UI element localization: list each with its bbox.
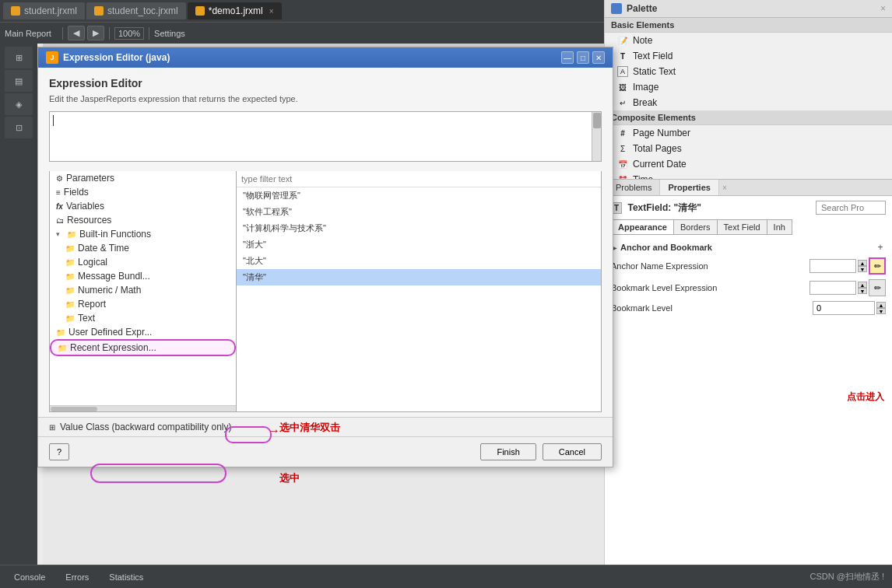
tree-item-messagebundle[interactable]: 📁 Message Bundl... <box>50 269 236 283</box>
bookmark-spin-up[interactable]: ▲ <box>858 282 867 288</box>
palette-textfield[interactable]: T Text Field <box>605 48 892 64</box>
list-item-5[interactable]: "北大" <box>237 253 601 269</box>
sidebar-btn4[interactable]: ⊡ <box>5 117 33 138</box>
section-add-btn[interactable]: + <box>875 242 886 253</box>
tab-problems[interactable]: Problems <box>608 180 660 195</box>
props-content: T TextField: "清华" Appearance Borders Tex… <box>605 196 892 588</box>
recent-icon: 📁 <box>58 344 67 352</box>
filter-input[interactable] <box>237 171 601 187</box>
tree-item-resources[interactable]: 🗂 Resources <box>50 213 236 227</box>
sidebar-btn3[interactable]: ◈ <box>5 93 33 115</box>
sidebar-btn1[interactable]: ⊞ <box>5 47 33 68</box>
dialog-minimize-btn[interactable]: — <box>561 51 574 64</box>
action-tab-appearance[interactable]: Appearance <box>612 220 674 234</box>
sidebar-btn2[interactable]: ▤ <box>5 70 33 92</box>
bookmark-level-expr-row: Bookmark Level Expression ▲ ▼ ✏ <box>611 277 886 299</box>
bookmark-level-spin-up[interactable]: ▲ <box>876 302 886 308</box>
anchor-name-edit-btn[interactable]: ✏ <box>869 257 886 275</box>
tree-item-fields[interactable]: ≡ Fields <box>50 185 236 199</box>
cancel-button[interactable]: Cancel <box>543 443 602 460</box>
tab-properties[interactable]: Properties <box>660 180 718 195</box>
bookmark-level-input[interactable] <box>813 301 875 315</box>
tab-demo-close-icon[interactable]: × <box>269 7 274 16</box>
tree-item-text[interactable]: 📁 Text <box>50 311 236 325</box>
list-item-2[interactable]: "软件工程系" <box>237 204 601 220</box>
status-tab-console[interactable]: Console <box>8 571 51 583</box>
parameters-icon: ⚙ <box>56 174 63 183</box>
tree-item-variables[interactable]: fx Variables <box>50 199 236 213</box>
logical-icon: 📁 <box>65 258 75 267</box>
bookmark-edit-btn[interactable]: ✏ <box>869 279 886 296</box>
text-icon: 📁 <box>65 314 75 323</box>
list-item-3[interactable]: "计算机科学与技术系" <box>237 220 601 236</box>
palette-break[interactable]: ↵ Break <box>605 95 892 110</box>
palette-pagenumber[interactable]: # Page Number <box>605 125 892 141</box>
tree-item-recent[interactable]: 📁 Recent Expression... <box>50 339 236 356</box>
dialog-maximize-btn[interactable]: □ <box>577 51 589 64</box>
dialog-close-btn[interactable]: ✕ <box>592 51 605 64</box>
toolbar-back-btn[interactable]: ◀ <box>68 26 85 40</box>
palette-statictext[interactable]: A Static Text <box>605 64 892 79</box>
anchor-name-spin-down[interactable]: ▼ <box>858 266 867 272</box>
palette-image[interactable]: 🖼 Image <box>605 79 892 95</box>
palette-note-label: Note <box>633 35 652 46</box>
palette-note[interactable]: 📝 Note <box>605 33 892 48</box>
expr-editor-area[interactable] <box>49 111 602 162</box>
tree-horizontal-scrollbar[interactable] <box>50 405 236 411</box>
tree-item-report[interactable]: 📁 Report <box>50 297 236 311</box>
value-class-row[interactable]: ⊞ Value Class (backward compatibility on… <box>38 417 613 436</box>
properties-tab-close-icon[interactable]: × <box>722 184 727 192</box>
help-button[interactable]: ? <box>49 443 69 460</box>
toolbar-settings-label[interactable]: Settings <box>154 29 185 38</box>
action-tab-textfield[interactable]: Text Field <box>718 220 767 234</box>
tree-item-builtin-label: Built-in Functions <box>79 229 151 240</box>
palette-icon <box>611 3 622 14</box>
tree-item-numericmath[interactable]: 📁 Numeric / Math <box>50 283 236 297</box>
recent-expr-container: 📁 Recent Expression... <box>50 339 236 356</box>
datetime-icon: 📁 <box>65 244 75 253</box>
list-item-1[interactable]: "物联网管理系" <box>237 187 601 204</box>
expression-editor-dialog: J Expression Editor (java) — □ ✕ Express… <box>37 47 613 467</box>
anchor-name-input[interactable] <box>809 259 856 273</box>
list-item-qinghua[interactable]: "清华" <box>237 269 601 285</box>
dialog-titlebar: J Expression Editor (java) — □ ✕ <box>38 47 613 68</box>
palette-close-btn[interactable]: × <box>880 3 886 14</box>
dialog-content: Expression Editor Edit the JasperReports… <box>38 68 613 171</box>
tree-item-datetime[interactable]: 📁 Date & Time <box>50 241 236 255</box>
palette-statictext-label: Static Text <box>633 66 676 77</box>
action-tab-borders[interactable]: Borders <box>674 220 718 234</box>
bookmark-level-spin-down[interactable]: ▼ <box>876 308 886 314</box>
palette-totalpages[interactable]: Σ Total Pages <box>605 141 892 156</box>
section-expand-row: ▶ Anchor and Bookmark + <box>611 240 886 255</box>
list-item-4[interactable]: "浙大" <box>237 236 601 253</box>
status-tab-errors[interactable]: Errors <box>59 571 95 583</box>
finish-button[interactable]: Finish <box>480 443 536 460</box>
value-class-expand-icon: ⊞ <box>49 423 55 432</box>
dialog-title-icon: J <box>46 51 58 64</box>
anchor-name-spin-up[interactable]: ▲ <box>858 260 867 266</box>
tab-student-toc[interactable]: student_toc.jrxml <box>86 2 186 19</box>
palette-currentdate[interactable]: 📅 Current Date <box>605 156 892 172</box>
expr-area-container <box>49 111 602 162</box>
bookmark-spin-down[interactable]: ▼ <box>858 288 867 294</box>
tab-demo1[interactable]: *demo1.jrxml × <box>188 2 282 19</box>
toolbar-sep3 <box>149 27 149 40</box>
bookmark-level-expr-input[interactable] <box>809 281 856 295</box>
tree-filter-row: ⚙ Parameters ≡ Fields fx Variables 🗂 Res… <box>49 171 602 412</box>
props-search-input[interactable] <box>816 201 886 215</box>
bookmark-spin: ▲ ▼ <box>858 282 867 294</box>
tree-item-text-label: Text <box>78 313 95 324</box>
tree-item-logical[interactable]: 📁 Logical <box>50 255 236 269</box>
tree-item-parameters[interactable]: ⚙ Parameters <box>50 171 236 185</box>
tree-item-recent-label: Recent Expression... <box>70 342 156 353</box>
status-tab-statistics[interactable]: Statistics <box>103 571 149 583</box>
tree-item-builtin[interactable]: ▾ 📁 Built-in Functions <box>50 227 236 241</box>
palette-time[interactable]: ⏰ Time <box>605 172 892 179</box>
expr-scrollbar[interactable] <box>592 112 601 161</box>
action-tab-inh[interactable]: Inh <box>767 220 792 234</box>
tab-student[interactable]: student.jrxml <box>3 2 85 19</box>
expr-cursor <box>53 115 54 126</box>
tree-item-userdefined[interactable]: 📁 User Defined Expr... <box>50 325 236 339</box>
toolbar-forward-btn[interactable]: ▶ <box>87 26 104 40</box>
props-title: T TextField: "清华" <box>611 201 701 215</box>
